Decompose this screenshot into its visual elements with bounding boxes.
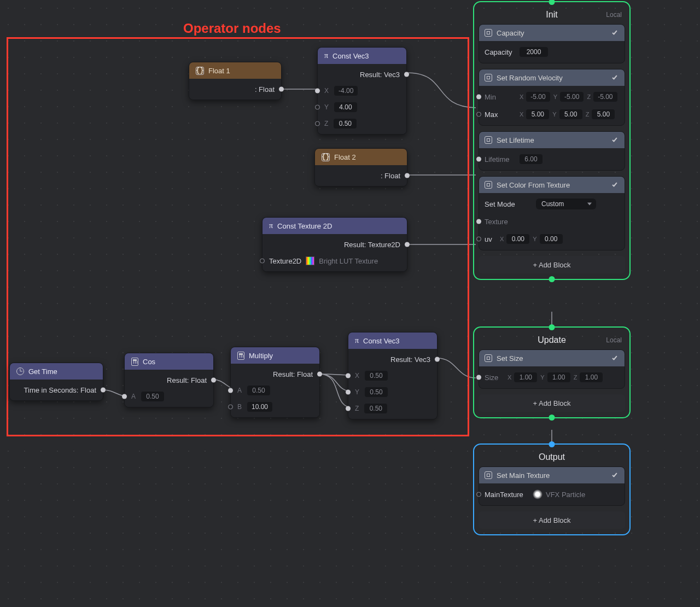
block-set-lifetime[interactable]: Set Lifetime Lifetime 6.00 bbox=[479, 131, 625, 171]
add-block-button[interactable]: + Add Block bbox=[479, 511, 625, 529]
port-in-texture[interactable] bbox=[476, 219, 481, 224]
node-float-2[interactable]: {}Float 2 : Float bbox=[314, 148, 407, 186]
flow-in-port[interactable] bbox=[549, 441, 555, 447]
port-in-z[interactable] bbox=[346, 406, 351, 411]
uv-y[interactable]: 0.00 bbox=[540, 234, 563, 244]
check-icon[interactable] bbox=[611, 354, 619, 362]
port-in-b[interactable] bbox=[228, 405, 233, 410]
max-x[interactable]: 5.00 bbox=[526, 109, 549, 119]
maintexture-label: MainTexture bbox=[485, 491, 529, 499]
node-const-vec3-bottom[interactable]: πConst Vec3 Result: Vec3 X0.50 Y0.50 Z0.… bbox=[348, 332, 438, 419]
min-x[interactable]: -5.00 bbox=[526, 92, 550, 102]
asset-name[interactable]: VFX Particle bbox=[546, 491, 585, 499]
port-in-a[interactable] bbox=[122, 394, 127, 399]
check-icon[interactable] bbox=[611, 181, 619, 189]
flow-in-port[interactable] bbox=[549, 0, 555, 5]
node-title: Get Time bbox=[28, 367, 57, 376]
uv-label: uv bbox=[485, 235, 497, 243]
port-in-lifetime[interactable] bbox=[476, 157, 481, 162]
uv-x[interactable]: 0.00 bbox=[506, 234, 529, 244]
lifetime-label: Lifetime bbox=[485, 155, 516, 164]
z-value[interactable]: 0.50 bbox=[334, 119, 357, 129]
check-icon[interactable] bbox=[611, 29, 619, 37]
mode-dropdown[interactable]: Custom bbox=[536, 199, 596, 209]
port-in-x[interactable] bbox=[315, 89, 320, 94]
node-float-1[interactable]: {}Float 1 : Float bbox=[189, 62, 282, 100]
node-const-vec3-top[interactable]: πConst Vec3 Result: Vec3 X-4.00 Y4.00 Z0… bbox=[317, 47, 407, 135]
max-label: Max bbox=[485, 110, 516, 119]
check-icon[interactable] bbox=[611, 471, 619, 479]
x-value[interactable]: -4.00 bbox=[334, 86, 358, 96]
port-in-min[interactable] bbox=[476, 95, 481, 100]
context-init[interactable]: Init Local Capacity Capacity2000 Set Ran… bbox=[473, 1, 631, 280]
block-icon bbox=[485, 74, 492, 81]
y-value[interactable]: 4.00 bbox=[334, 102, 357, 112]
a-value[interactable]: 0.50 bbox=[141, 392, 164, 401]
node-get-time[interactable]: Get Time Time in Seconds: Float bbox=[9, 363, 103, 401]
block-icon bbox=[485, 181, 492, 189]
param-label: Texture2D bbox=[269, 257, 301, 265]
pi-icon: π bbox=[355, 336, 359, 345]
port-out[interactable] bbox=[405, 173, 410, 178]
add-block-button[interactable]: + Add Block bbox=[479, 256, 625, 273]
flow-out-port[interactable] bbox=[549, 415, 555, 421]
size-x[interactable]: 1.00 bbox=[514, 372, 537, 382]
port-in-x[interactable] bbox=[346, 373, 351, 378]
context-local-label: Local bbox=[606, 336, 622, 344]
node-multiply[interactable]: Multiply Result: Float A0.50 B10.00 bbox=[230, 347, 320, 418]
calc-icon bbox=[131, 358, 138, 366]
port-out[interactable] bbox=[405, 242, 410, 247]
block-set-main-texture[interactable]: Set Main Texture MainTexture VFX Particl… bbox=[479, 466, 625, 506]
asset-name[interactable]: Bright LUT Texture bbox=[319, 257, 378, 265]
port-in-uv[interactable] bbox=[476, 237, 481, 242]
context-output[interactable]: Output Set Main Texture MainTexture VFX … bbox=[473, 443, 631, 535]
a-value[interactable]: 0.50 bbox=[247, 386, 270, 395]
block-set-size[interactable]: Set Size Size X1.00 Y1.00 Z1.00 bbox=[479, 349, 625, 389]
block-set-color-from-texture[interactable]: Set Color From Texture Set Mode Custom T… bbox=[479, 176, 625, 250]
port-in-max[interactable] bbox=[476, 112, 481, 117]
port-out[interactable] bbox=[404, 72, 409, 77]
block-set-random-velocity[interactable]: Set Random Velocity Min X-5.00 Y-5.00 Z-… bbox=[479, 69, 625, 126]
b-value[interactable]: 10.00 bbox=[247, 402, 272, 412]
check-icon[interactable] bbox=[611, 74, 619, 81]
block-capacity[interactable]: Capacity Capacity2000 bbox=[479, 24, 625, 63]
max-z[interactable]: 5.00 bbox=[592, 109, 615, 119]
port-out[interactable] bbox=[317, 372, 322, 377]
context-title: Init bbox=[546, 10, 557, 20]
port-in-maintexture[interactable] bbox=[476, 492, 481, 497]
port-out[interactable] bbox=[101, 388, 106, 393]
node-title: Multiply bbox=[249, 352, 273, 360]
node-cos[interactable]: Cos Result: Float A0.50 bbox=[124, 353, 214, 407]
size-y[interactable]: 1.00 bbox=[547, 372, 570, 382]
port-in-y[interactable] bbox=[315, 105, 320, 110]
port-in-size[interactable] bbox=[476, 375, 481, 380]
port-out[interactable] bbox=[211, 378, 216, 383]
z-value[interactable]: 0.50 bbox=[364, 404, 387, 413]
check-icon[interactable] bbox=[611, 136, 619, 144]
block-icon bbox=[485, 136, 492, 144]
flow-in-port[interactable] bbox=[549, 324, 555, 330]
y-value[interactable]: 0.50 bbox=[365, 387, 388, 397]
calc-icon bbox=[237, 352, 244, 360]
size-z[interactable]: 1.00 bbox=[580, 372, 603, 382]
port-in-z[interactable] bbox=[315, 121, 320, 126]
capacity-value[interactable]: 2000 bbox=[520, 47, 548, 57]
block-icon bbox=[485, 471, 492, 479]
add-block-button[interactable]: + Add Block bbox=[479, 394, 625, 412]
max-y[interactable]: 5.00 bbox=[559, 109, 582, 119]
flow-out-port[interactable] bbox=[549, 276, 555, 282]
port-in-texture[interactable] bbox=[260, 259, 265, 264]
port-in-y[interactable] bbox=[346, 390, 351, 395]
clock-icon bbox=[16, 367, 24, 375]
lifetime-value[interactable]: 6.00 bbox=[520, 154, 542, 164]
context-update[interactable]: Update Local Set Size Size X1.00 Y1.00 Z… bbox=[473, 326, 631, 418]
size-label: Size bbox=[485, 373, 504, 382]
x-value[interactable]: 0.50 bbox=[365, 371, 388, 381]
min-z[interactable]: -5.00 bbox=[593, 92, 617, 102]
port-out[interactable] bbox=[435, 357, 440, 362]
port-out[interactable] bbox=[279, 87, 284, 92]
min-y[interactable]: -5.00 bbox=[560, 92, 584, 102]
port-in-a[interactable] bbox=[228, 388, 233, 393]
node-const-texture-2d[interactable]: πConst Texture 2D Result: Texture2D Text… bbox=[262, 217, 407, 272]
node-title: Float 2 bbox=[334, 153, 356, 161]
